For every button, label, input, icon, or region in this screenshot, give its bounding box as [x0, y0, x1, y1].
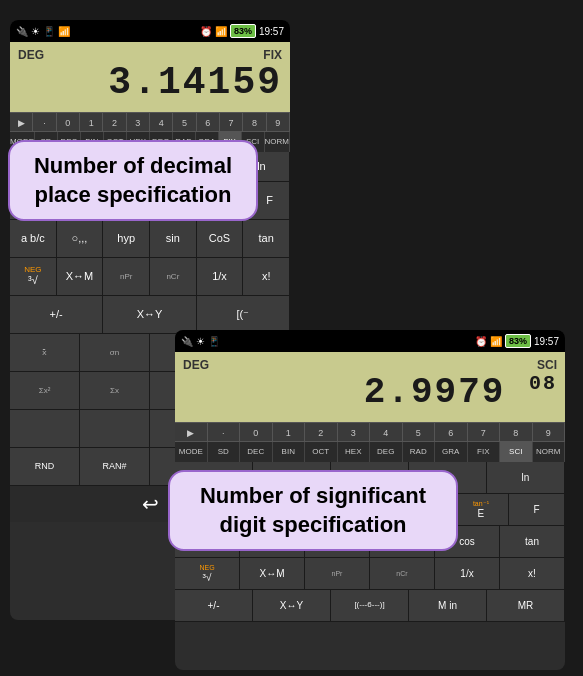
number-row-front: ▶ · 0 1 2 3 4 5 6 7 8 9	[175, 422, 565, 442]
status-right-front: ⏰ 📶 83% 19:57	[475, 334, 559, 348]
btn-row-plus-back: +/- X↔Y [(⁻	[10, 296, 290, 334]
btn-row-neg-back: NEG ³√ X↔M nPr nCr 1/x x!	[10, 258, 290, 296]
btn-e-sub-front: tan⁻¹	[473, 500, 489, 508]
time-front: 19:57	[534, 336, 559, 347]
btn-neg-label-front: ³√	[203, 572, 212, 583]
phone-icon-front: 📱	[208, 336, 220, 347]
btn-x2-sub: x̄	[10, 334, 80, 371]
btn-xy-back[interactable]: X↔Y	[103, 296, 196, 333]
tooltip-significant-line1: Number of significant	[200, 483, 426, 508]
status-right-back: ⏰ 📶 83% 19:57	[200, 24, 284, 38]
wifi-icon: 📶	[215, 26, 227, 37]
mode-row-front: MODE SD DEC BIN OCT HEX DEG RAD GRA FIX …	[175, 442, 565, 462]
btn-row-plus-front: +/- X↔Y [(---6---)] M in MR	[175, 590, 565, 622]
btn-empty1	[10, 410, 80, 447]
display-back: DEG FIX 3.14159	[10, 42, 290, 112]
mode-sci-front2[interactable]: SCI	[500, 442, 533, 462]
mode-gra-front[interactable]: GRA	[435, 442, 468, 462]
btn-xy-front[interactable]: X↔Y	[253, 590, 331, 621]
tooltip-significant-line2: digit specification	[219, 512, 406, 537]
display-value-front: 2.9979 08	[183, 374, 557, 411]
btn-ooo-back[interactable]: ○,,,	[57, 220, 104, 257]
btn-rnd-back[interactable]: RND	[10, 448, 80, 485]
btn-ncr-sub: nCr	[166, 273, 179, 281]
btn-min-front[interactable]: M in	[409, 590, 487, 621]
btn-sumx-sub: Σx	[80, 372, 150, 409]
btn-1x-back[interactable]: 1/x	[197, 258, 244, 295]
tooltip-significant: Number of significant digit specificatio…	[168, 470, 458, 551]
btn-xm-front[interactable]: X↔M	[240, 558, 305, 589]
btn-xfact-back[interactable]: x!	[243, 258, 290, 295]
mode-oct-front[interactable]: OCT	[305, 442, 338, 462]
mode-fix-back: FIX	[263, 48, 282, 62]
status-icons-front: 🔌 ☀ 📱	[181, 336, 220, 347]
btn-ncr-sub-front: nCr	[396, 570, 407, 578]
display-exp-front: 08	[529, 372, 557, 395]
mode-hex-front[interactable]: HEX	[338, 442, 371, 462]
display-value-back: 3.14159	[18, 64, 282, 102]
usb-icon: 🔌	[16, 26, 28, 37]
mode-deg-front2[interactable]: DEG	[370, 442, 403, 462]
btn-cos-back[interactable]: CoS	[197, 220, 244, 257]
btn-ln-front[interactable]: ln	[487, 462, 565, 493]
mode-bin-front[interactable]: BIN	[273, 442, 306, 462]
tooltip-decimal: Number of decimal place specification	[8, 140, 258, 221]
btn-neg-back[interactable]: NEG ³√	[10, 258, 57, 295]
btn-ran-back[interactable]: RAN#	[80, 448, 150, 485]
display-modes-back: DEG FIX	[18, 48, 282, 62]
mode-norm-front[interactable]: NORM	[533, 442, 566, 462]
tooltip-decimal-line2: place specification	[35, 182, 232, 207]
mode-norm[interactable]: NORM	[265, 132, 290, 152]
btn-npr-back[interactable]: nPr	[103, 258, 150, 295]
back-arrow-icon[interactable]: ↩	[142, 492, 159, 516]
btn-npr-front[interactable]: nPr	[305, 558, 370, 589]
btn-1x-front[interactable]: 1/x	[435, 558, 500, 589]
mode-deg-back: DEG	[18, 48, 44, 62]
btn-sigma-sub: σn	[80, 334, 150, 371]
mode-deg-front: DEG	[183, 358, 209, 372]
btn-row-neg-front: NEG ³√ X↔M nPr nCr 1/x x!	[175, 558, 565, 590]
num-indicator: ▶	[10, 113, 33, 131]
signal-icon: 📶	[58, 26, 70, 37]
status-bar-front: 🔌 ☀ 📱 ⏰ 📶 83% 19:57	[175, 330, 565, 352]
btn-f-front[interactable]: F	[509, 494, 565, 525]
mode-mode-front[interactable]: MODE	[175, 442, 208, 462]
status-icons-back: 🔌 ☀ 📱 📶	[16, 26, 70, 37]
btn-neg-front[interactable]: NEG ³√	[175, 558, 240, 589]
btn-bracket-front[interactable]: [(---6---)]	[331, 590, 409, 621]
mode-sd-front[interactable]: SD	[208, 442, 241, 462]
display-front: DEG SCI 2.9979 08	[175, 352, 565, 422]
btn-xm-back[interactable]: X↔M	[57, 258, 104, 295]
usb-icon-front: 🔌	[181, 336, 193, 347]
btn-hyp-back[interactable]: hyp	[103, 220, 150, 257]
status-bar-back: 🔌 ☀ 📱 📶 ⏰ 📶 83% 19:57	[10, 20, 290, 42]
btn-e-front[interactable]: tan⁻¹ E	[454, 494, 510, 525]
btn-ncr-front[interactable]: nCr	[370, 558, 435, 589]
btn-plusminus-front[interactable]: +/-	[175, 590, 253, 621]
display-modes-front: DEG SCI	[183, 358, 557, 372]
num-dot-front: ·	[208, 423, 241, 441]
number-row-back: ▶ · 0 1 2 3 4 5 6 7 8 9	[10, 112, 290, 132]
btn-abc-back[interactable]: a b/c	[10, 220, 57, 257]
btn-mr-front[interactable]: MR	[487, 590, 565, 621]
btn-bracket-back[interactable]: [(⁻	[197, 296, 290, 333]
btn-plusminus-back[interactable]: +/-	[10, 296, 103, 333]
btn-row-sin-back: a b/c ○,,, hyp sin CoS tan	[10, 220, 290, 258]
battery-back: 83%	[230, 24, 256, 38]
num-indicator-front: ▶	[175, 423, 208, 441]
btn-neg-sub-front: NEG	[199, 564, 214, 572]
mode-fix-front[interactable]: FIX	[468, 442, 501, 462]
btn-tan-front[interactable]: tan	[500, 526, 565, 557]
btn-ncr-back[interactable]: nCr	[150, 258, 197, 295]
mode-rad-front[interactable]: RAD	[403, 442, 436, 462]
num-dot: ·	[33, 113, 56, 131]
btn-tan-back[interactable]: tan	[243, 220, 290, 257]
mode-dec-front[interactable]: DEC	[240, 442, 273, 462]
btn-xfact-front[interactable]: x!	[500, 558, 565, 589]
time-back: 19:57	[259, 26, 284, 37]
btn-npr-sub: nPr	[120, 273, 132, 281]
btn-neg-sub: NEG	[24, 266, 41, 274]
btn-sin-back[interactable]: sin	[150, 220, 197, 257]
battery-front: 83%	[505, 334, 531, 348]
btn-neg-label: ³√	[28, 274, 38, 286]
